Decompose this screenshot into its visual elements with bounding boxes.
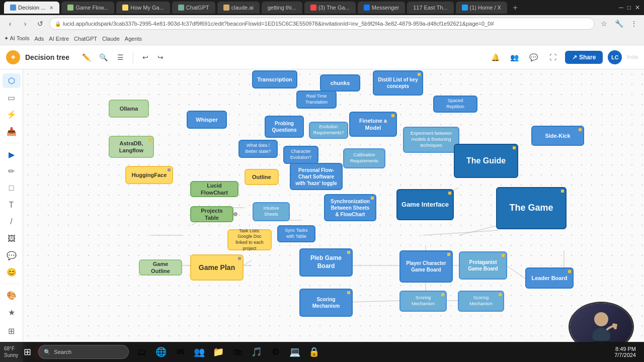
- node-the-game[interactable]: The Game: [496, 187, 567, 229]
- back-button[interactable]: ‹: [4, 18, 16, 30]
- node-outline[interactable]: Outline: [245, 169, 279, 185]
- node-transcription[interactable]: Transcription: [252, 70, 297, 88]
- node-huggingface[interactable]: HuggingFace: [125, 166, 173, 184]
- node-leader-board[interactable]: Leader Board: [525, 267, 574, 289]
- taskbar-teams[interactable]: 👥: [190, 343, 208, 361]
- node-distill[interactable]: Distill List of key concepts: [373, 70, 423, 96]
- taskbar-vpn[interactable]: 🔒: [305, 343, 323, 361]
- bookmark-ads[interactable]: Ads: [34, 36, 44, 42]
- sidebar-cursor[interactable]: ▶: [3, 147, 21, 162]
- forward-button[interactable]: ›: [19, 18, 31, 30]
- redo-button[interactable]: ↪: [153, 50, 168, 64]
- taskbar-files[interactable]: 📁: [209, 343, 227, 361]
- node-pleb-board[interactable]: Pleb Game Board: [299, 248, 353, 277]
- sidebar-comment[interactable]: 💬: [3, 248, 21, 262]
- maximize-btn[interactable]: □: [627, 4, 631, 11]
- node-scoring-main[interactable]: Scoring Mechanism: [299, 289, 353, 317]
- sidebar-star[interactable]: ★: [3, 305, 21, 320]
- taskbar-store[interactable]: 🛍: [228, 343, 247, 361]
- new-tab-button[interactable]: ＋: [511, 3, 519, 13]
- bookmark-button[interactable]: ☆: [598, 18, 610, 30]
- node-sync-tasks[interactable]: Sync Tasks with Table: [277, 225, 315, 242]
- tab-decision[interactable]: Decision ... ✕: [4, 2, 59, 14]
- node-scoring-3[interactable]: Scoring Mechanism: [458, 291, 504, 312]
- node-sidekick[interactable]: Side-Kick: [531, 126, 584, 146]
- node-game-plan[interactable]: Game Plan: [190, 254, 244, 281]
- edit-icon[interactable]: ✏️: [79, 50, 94, 64]
- start-button[interactable]: ⊞: [18, 343, 36, 361]
- sidebar-import[interactable]: 📥: [3, 124, 21, 138]
- settings-button[interactable]: ⋮: [628, 18, 640, 30]
- node-whisper[interactable]: Whisper: [187, 111, 227, 129]
- tab-howmy[interactable]: How My Ga...: [116, 2, 170, 14]
- node-task-lists[interactable]: Task Lists: Google Doc linked to each pr…: [227, 229, 272, 250]
- node-protagonist[interactable]: Protaganist Game Board: [459, 251, 507, 280]
- taskbar-terminal[interactable]: 💻: [286, 343, 304, 361]
- node-intuitive[interactable]: Intuitive Sheets: [253, 202, 290, 221]
- taskbar-explorer[interactable]: 🗂: [133, 343, 151, 361]
- sidebar-emoji[interactable]: 😊: [3, 265, 21, 280]
- tab-gameflow[interactable]: Game Flow...: [61, 2, 114, 14]
- sidebar-pen[interactable]: ✏: [3, 164, 21, 178]
- node-realtime[interactable]: Real Time Translation: [296, 90, 337, 109]
- node-chunks[interactable]: chunks: [320, 74, 360, 92]
- address-bar[interactable]: 🔒 lucid.app/lucidspark/3cab337b-2995-4e8…: [49, 18, 595, 30]
- fullscreen-icon[interactable]: ⛶: [546, 50, 560, 64]
- node-evolution[interactable]: Evolution Requirements?: [309, 122, 348, 139]
- search-icon[interactable]: 🔍: [97, 50, 111, 64]
- bell-icon[interactable]: 🔔: [489, 50, 503, 64]
- node-charevolution[interactable]: Character Evolution?: [283, 146, 318, 164]
- taskbar-settings[interactable]: ⚙: [267, 343, 285, 361]
- bookmark-agents[interactable]: Agents: [125, 36, 142, 42]
- sidebar-text[interactable]: T: [3, 198, 21, 212]
- sidebar-shapes[interactable]: ▭: [3, 90, 21, 105]
- sidebar-shapes2[interactable]: □: [3, 181, 21, 196]
- taskbar-search[interactable]: 🔍 Search: [38, 345, 129, 359]
- canvas[interactable]: Ollama Transcription chunks Distill List…: [23, 69, 644, 362]
- sidebar-home[interactable]: ⬡: [3, 73, 21, 88]
- bookmark-ai-entre[interactable]: AI Entre: [49, 36, 69, 42]
- tab-chatgpt[interactable]: ChatGPT: [172, 2, 215, 14]
- menu-icon[interactable]: ☰: [114, 50, 128, 64]
- node-the-guide[interactable]: The Guide: [454, 144, 518, 178]
- close-btn[interactable]: ✕: [635, 4, 640, 11]
- tab-home-x[interactable]: (1) Home / X: [456, 2, 507, 14]
- tab-117[interactable]: 117 East Th...: [407, 2, 453, 14]
- taskbar-mail[interactable]: ✉: [171, 343, 189, 361]
- undo-button[interactable]: ↩: [138, 50, 152, 64]
- bookmark-ai-tools[interactable]: ✦ AI Tools: [4, 35, 29, 42]
- node-scoring-2[interactable]: Scoring Mechanism: [399, 291, 447, 312]
- tab-thegame[interactable]: (3) The Ga...: [304, 2, 356, 14]
- sidebar-plugins[interactable]: ⊞: [3, 322, 21, 340]
- tab-getting[interactable]: getting thi...: [262, 2, 302, 14]
- tab-claude[interactable]: claude.ai: [217, 2, 260, 14]
- node-projects-table[interactable]: Projects Table: [190, 206, 233, 222]
- node-finetune[interactable]: Finetune a Model: [349, 112, 397, 137]
- node-lucid-flowchart[interactable]: Lucid FlowChart: [190, 181, 238, 197]
- bookmark-claude[interactable]: Claude: [102, 36, 120, 42]
- minimize-btn[interactable]: ─: [619, 4, 623, 11]
- sidebar-image[interactable]: 🖼: [3, 231, 21, 246]
- node-whatdata[interactable]: What data / Better state?: [238, 140, 278, 158]
- bookmark-chatgpt[interactable]: ChatGPT: [74, 36, 97, 42]
- reload-button[interactable]: ↺: [34, 18, 46, 30]
- node-experiment[interactable]: Experiment between models & finetuning t…: [403, 127, 459, 153]
- users-icon[interactable]: 👥: [508, 50, 522, 64]
- taskbar-browser[interactable]: 🌐: [152, 343, 170, 361]
- node-game-interface[interactable]: Game Interface: [396, 189, 454, 220]
- node-probing[interactable]: Probing Questions: [265, 116, 304, 138]
- comment-icon[interactable]: 💬: [527, 50, 541, 64]
- node-ollama[interactable]: Ollama: [109, 100, 149, 118]
- sidebar-connect[interactable]: ⚡: [3, 107, 21, 122]
- node-game-outline[interactable]: Game Outline: [139, 259, 182, 276]
- node-spaced[interactable]: Spaced Reptition: [433, 96, 477, 113]
- extensions-button[interactable]: 🔧: [613, 18, 625, 30]
- share-button[interactable]: ↗ Share: [565, 51, 603, 64]
- node-personal[interactable]: Personal Flow-Chart Software with 'haze'…: [290, 163, 343, 190]
- sidebar-color[interactable]: 🎨: [3, 288, 21, 303]
- node-calibration[interactable]: Calibration Requirements: [343, 148, 385, 168]
- node-sync-sheets[interactable]: Synchronization Between Sheets & FlowCha…: [324, 194, 376, 221]
- node-player-char[interactable]: Player Character Game Board: [399, 250, 453, 283]
- taskbar-spotify[interactable]: 🎵: [248, 343, 266, 361]
- sidebar-line[interactable]: /: [3, 214, 21, 229]
